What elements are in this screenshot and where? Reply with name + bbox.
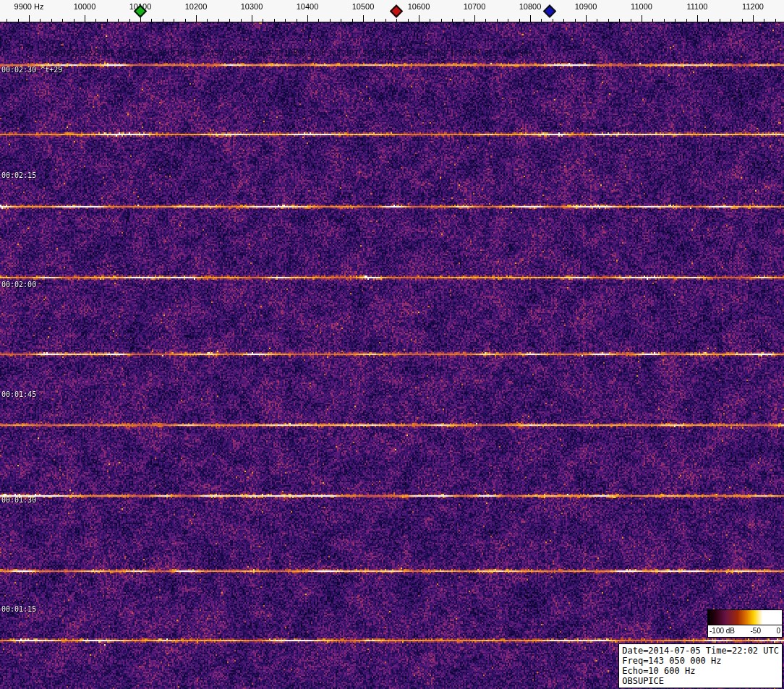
db-label-max: 0 [776,627,780,635]
ruler-tick [7,19,7,22]
info-line: Echo=10 600 Hz [622,666,779,676]
time-label: 00:01:15 [1,605,36,613]
ruler-tick [151,19,152,22]
ruler-tick [352,19,353,22]
ruler-label: 10500 [352,2,375,11]
ruler-tick [631,19,631,22]
ruler-tick [697,15,698,22]
ruler-tick [452,19,453,22]
ruler-tick [541,19,542,22]
ruler-tick [74,19,74,22]
ruler-tick [530,15,531,22]
ruler-tick [619,19,620,22]
ruler-tick [118,19,119,22]
ruler-tick [675,19,676,22]
ruler-label: 10200 [185,2,208,11]
ruler-tick [775,19,776,22]
ruler-tick [396,19,397,22]
ruler-label: 10600 [408,2,430,11]
spectrogram-waterfall [0,22,784,689]
ruler-tick [586,15,587,22]
ruler-tick [174,19,174,22]
ruler-label: 10000 [74,2,96,11]
db-gradient-bar [707,609,783,625]
ruler-tick [40,19,41,22]
ruler-tick [274,19,275,22]
ruler-label: 11200 [742,2,764,11]
ruler-tick [597,19,597,22]
ruler-label: 10400 [297,2,319,11]
ruler-tick [107,19,108,22]
info-line: OBSUPICE [622,676,779,686]
ruler-tick [374,19,375,22]
time-label: 00:02:30 ^t+29 [1,66,62,74]
ruler-tick [318,19,319,22]
ruler-tick [408,19,409,22]
ruler-tick [652,19,653,22]
ruler-tick [285,19,286,22]
ruler-tick [18,19,19,22]
ruler-tick [664,19,665,22]
ruler-tick [419,15,419,22]
ruler-label: 9900 Hz [14,2,44,11]
ruler-tick [29,15,30,22]
red-marker-icon[interactable] [390,4,403,17]
ruler-tick [497,19,498,22]
ruler-tick [163,19,163,22]
db-label-mid: -50 [751,627,761,635]
time-label: 00:01:30 [1,496,36,504]
ruler-tick [307,15,308,22]
db-label-min: -100 dB [710,627,735,635]
ruler-tick [753,15,754,22]
ruler-label: 11000 [631,2,652,11]
ruler-tick [95,19,96,22]
ruler-tick [385,19,386,22]
ruler-tick [642,15,642,22]
ruler-tick [297,19,297,22]
info-line: Freq=143 050 000 Hz [622,656,779,666]
ruler-tick [708,19,709,22]
ruler-tick [686,19,687,22]
blue-marker-icon[interactable] [543,4,556,17]
ruler-tick [730,19,731,22]
ruler-label: 10300 [241,2,263,11]
ruler-tick [464,19,464,22]
ruler-tick [764,19,764,22]
ruler-tick [207,19,208,22]
ruler-tick [575,19,576,22]
ruler-tick [252,15,252,22]
time-label: 00:02:15 [1,171,36,179]
time-label: 00:01:45 [1,390,36,398]
ruler-tick [441,19,442,22]
meteor-echo-monitor: 9900 Hz100001010010200103001040010500106… [0,0,784,689]
ruler-label: 11100 [687,2,708,11]
ruler-label: 10700 [464,2,486,11]
ruler-tick [196,15,197,22]
ruler-tick [129,19,130,22]
ruler-tick [229,19,230,22]
detection-annotation: 20140705220229976 hCnt1 nb-66 f10419 hit… [41,49,532,57]
ruler-tick [485,19,486,22]
ruler-tick [430,19,430,22]
ruler-tick [608,19,609,22]
info-line: Date=2014-07-05 Time=22:02 UTC [622,646,779,656]
spectrogram-area: 20140705220229976 hCnt1 nb-66 f10419 hit… [0,22,784,689]
db-scale-legend: -100 dB -50 0 [707,609,783,638]
ruler-tick [330,19,331,22]
ruler-tick [720,19,720,22]
ruler-label: 10800 [519,2,542,11]
frequency-ruler: 9900 Hz100001010010200103001040010500106… [0,0,784,22]
db-scale-labels: -100 dB -50 0 [707,625,783,638]
ruler-tick [62,19,63,22]
ruler-tick [263,19,263,22]
ruler-tick [519,19,520,22]
ruler-tick [341,19,341,22]
ruler-tick [85,15,85,22]
ruler-label: 10900 [575,2,597,11]
ruler-tick [742,19,743,22]
ruler-tick [241,19,242,22]
station-info-box: Date=2014-07-05 Time=22:02 UTCFreq=143 0… [618,643,783,688]
ruler-tick [553,19,553,22]
ruler-tick [563,19,564,22]
ruler-tick [218,19,219,22]
